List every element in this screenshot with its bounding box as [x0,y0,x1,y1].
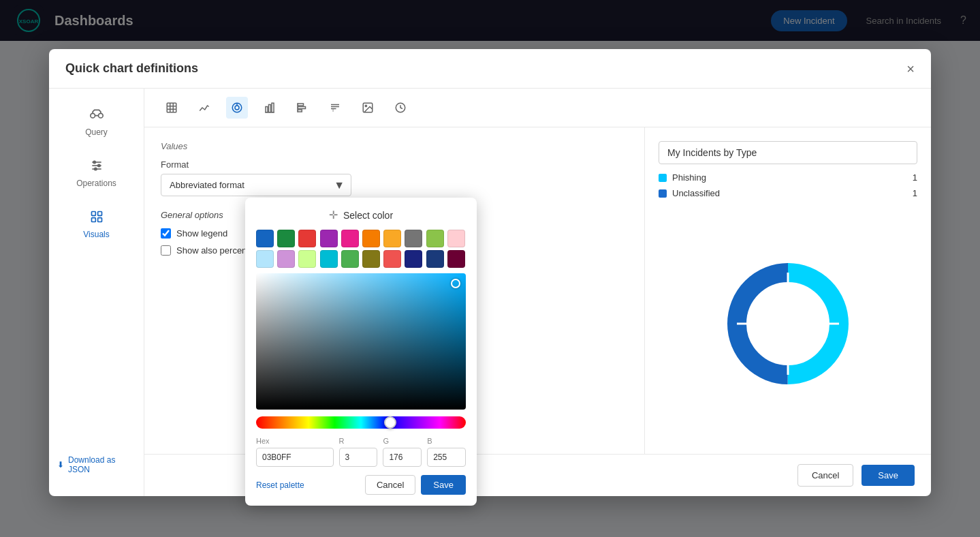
swatch-navy[interactable] [405,250,422,268]
swatch-teal[interactable] [341,250,359,268]
g-label: G [383,437,422,445]
preview-title-input[interactable] [659,141,917,164]
hex-label: Hex [256,437,334,445]
r-label: R [339,437,378,445]
download-icon: ⬇ [57,460,64,470]
svg-rect-10 [91,212,95,216]
show-legend-checkbox[interactable] [161,228,171,239]
color-picker-footer: Reset palette Cancel Save [256,475,466,495]
swatch-lime[interactable] [298,250,316,268]
legend-item-phishing: Phishing 1 [659,172,917,183]
binoculars-icon [90,108,104,123]
unclassified-label: Unclassified [672,188,907,198]
svg-rect-22 [266,107,268,112]
download-label: Download as JSON [68,455,136,474]
swatch-blue[interactable] [256,230,274,247]
b-input[interactable] [427,448,466,467]
swatch-red[interactable] [298,230,316,247]
swatch-purple[interactable] [320,230,338,247]
svg-point-3 [98,113,103,118]
modal-sidebar: Query Operations [49,89,144,496]
sidebar-item-visuals[interactable]: Visuals [54,202,138,247]
format-label: Format [161,159,628,170]
svg-rect-13 [97,218,101,222]
svg-point-2 [90,113,95,118]
svg-rect-12 [91,218,95,222]
swatch-darkblue[interactable] [426,250,444,268]
sidebar-item-operations[interactable]: Operations [54,151,138,196]
svg-point-9 [94,168,96,170]
unclassified-color-dot[interactable] [659,189,667,198]
r-input[interactable] [339,448,378,467]
swatch-green[interactable] [277,230,295,247]
color-swatches-grid [256,230,466,268]
svg-point-41 [750,286,825,361]
swatch-lightblue[interactable] [256,250,274,268]
save-button[interactable]: Save [862,465,915,486]
swatch-lavender[interactable] [277,250,295,268]
cancel-button[interactable]: Cancel [797,464,853,487]
swatch-olive[interactable] [362,250,380,268]
modal-header: Quick chart definitions × [49,49,931,89]
show-legend-label[interactable]: Show legend [176,228,227,239]
hex-input[interactable] [256,448,334,467]
swatch-lightgreen[interactable] [426,230,444,247]
color-picker-save-button[interactable]: Save [421,475,466,495]
color-picker-title: Select color [343,210,393,221]
color-picker-cancel-button[interactable]: Cancel [365,475,415,495]
modal-body: Query Operations [49,89,931,496]
download-json-button[interactable]: ⬇ Download as JSON [49,444,144,485]
chart-type-bar: T [144,89,931,127]
svg-rect-26 [298,104,303,106]
format-group: Format Abbreviated format Full number Pe… [161,159,628,196]
swatch-salmon[interactable] [383,250,401,268]
g-input[interactable] [383,448,422,467]
quick-chart-modal: Quick chart definitions × Query [49,49,931,496]
sidebar-query-label: Query [85,127,108,137]
swatch-darkred[interactable] [447,250,465,268]
swatch-pink[interactable] [341,230,359,247]
swatch-lightpink[interactable] [447,230,465,247]
preview-area: Phishing 1 Unclassified 1 [645,127,931,454]
chart-type-text[interactable]: T [324,97,346,119]
swatch-cyan[interactable] [320,250,338,268]
sliders-icon [90,159,104,174]
b-label: B [427,437,466,445]
modal-title: Quick chart definitions [65,61,198,76]
show-percentage-checkbox[interactable] [161,245,171,256]
sidebar-visuals-label: Visuals [83,230,109,239]
move-icon: ✛ [329,209,338,221]
chart-type-bar[interactable] [259,97,281,119]
chart-type-table[interactable] [161,97,183,119]
swatch-orange[interactable] [362,230,380,247]
svg-point-8 [97,164,99,166]
svg-rect-14 [167,103,176,112]
format-select[interactable]: Abbreviated format Full number Percentag… [161,174,351,196]
chart-type-line[interactable] [193,97,215,119]
g-group: G [383,437,422,467]
reset-palette-link[interactable]: Reset palette [256,480,304,490]
svg-rect-11 [97,212,101,216]
color-gradient-area[interactable] [256,273,466,410]
svg-rect-27 [298,107,305,109]
hue-slider[interactable] [256,416,466,429]
donut-chart-container [659,206,917,440]
gradient-handle[interactable] [451,279,460,288]
chart-type-image[interactable] [357,97,379,119]
sidebar-item-query[interactable]: Query [54,99,138,145]
chart-type-donut[interactable] [226,97,248,119]
chart-type-hbar[interactable] [291,97,313,119]
format-select-wrapper: Abbreviated format Full number Percentag… [161,174,351,196]
chart-type-duration[interactable] [390,97,411,119]
color-picker-popup: ✛ Select color Hex [245,198,477,506]
donut-chart-svg [720,256,856,392]
phishing-color-dot[interactable] [659,174,667,182]
swatch-yellow[interactable] [383,230,401,247]
swatch-gray[interactable] [405,230,422,247]
r-group: R [339,437,378,467]
svg-rect-24 [272,103,274,112]
svg-point-35 [365,105,366,106]
modal-close-button[interactable]: × [906,62,915,76]
hue-handle[interactable] [384,416,396,429]
svg-rect-28 [298,110,302,112]
